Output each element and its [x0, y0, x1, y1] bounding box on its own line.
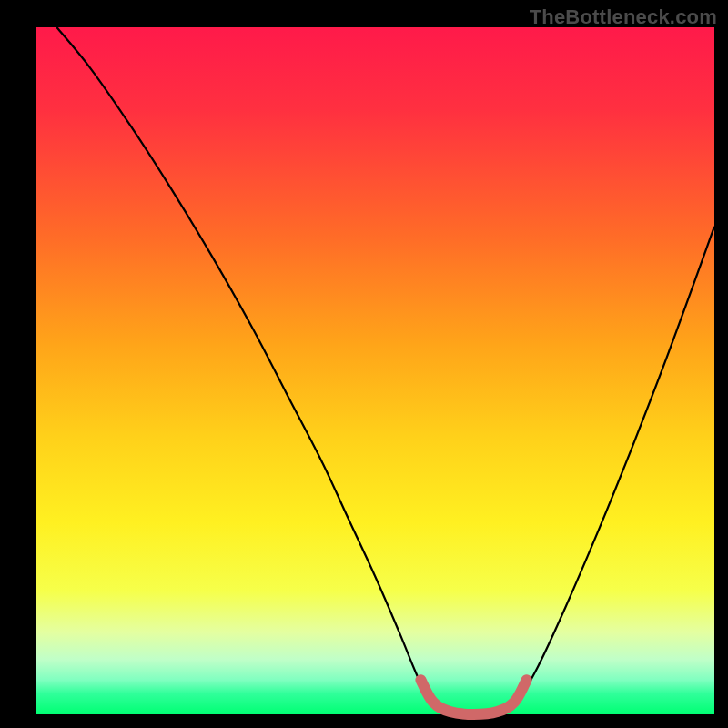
chart-frame: TheBottleneck.com [0, 0, 728, 728]
chart-gradient-background [36, 27, 714, 714]
bottleneck-chart [0, 0, 728, 728]
